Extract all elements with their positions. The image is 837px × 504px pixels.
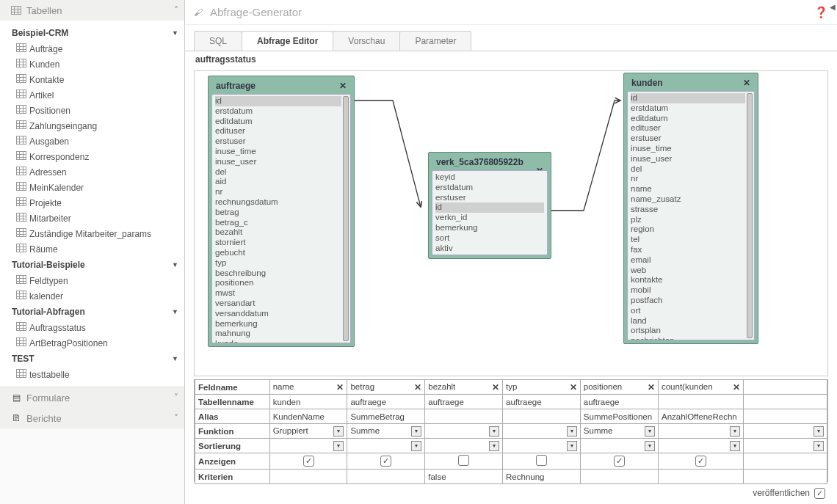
grid-cell[interactable] [743,395,827,409]
field-item[interactable]: erstuser [631,134,745,144]
grid-cell[interactable]: Summe▾ [347,424,425,439]
grid-cell[interactable]: AnzahlOffeneRechn [658,409,743,424]
scrollbar[interactable] [343,96,349,341]
sidebar-item[interactable]: Mitarbeiter [9,211,181,226]
field-item[interactable]: bemerkung [215,319,341,329]
remove-column-icon[interactable]: ✕ [336,382,344,392]
dropdown-icon[interactable]: ▾ [730,426,740,437]
field-item[interactable]: mobil [631,285,745,296]
grid-cell[interactable]: ▾ [743,439,827,453]
close-icon[interactable]: ✕ [339,81,347,91]
grid-cell[interactable]: ✓ [347,453,425,470]
grid-cell[interactable] [658,395,743,409]
field-item[interactable]: erstuser [215,136,341,147]
field-item[interactable]: web [631,266,745,276]
close-icon[interactable]: ✕ [743,78,750,88]
dropdown-icon[interactable]: ▾ [645,441,655,451]
field-item[interactable]: kontakte [631,275,745,285]
field-item[interactable]: aktiv [435,244,544,254]
field-item[interactable]: land [631,316,745,326]
field-item[interactable]: beschreibung [215,269,341,279]
grid-cell[interactable] [425,453,503,470]
field-item[interactable]: email [631,255,745,266]
field-item[interactable]: postfach [631,296,745,306]
tab-abfrage-editor[interactable]: Abfrage Editor [242,31,333,51]
grid-cell[interactable]: ▾ [580,439,658,453]
field-item[interactable]: betrag_c [215,218,341,228]
remove-column-icon[interactable]: ✕ [492,382,499,392]
field-item[interactable]: id [435,202,544,213]
grid-cell[interactable]: ▾ [425,424,503,439]
grid-cell[interactable] [425,409,503,424]
grid-cell[interactable]: SummeBetrag [347,409,425,424]
grid-cell[interactable] [743,409,827,424]
sidebar-section-formulare[interactable]: ▤ Formulare ˅ [0,387,184,408]
remove-column-icon[interactable]: ✕ [414,382,421,392]
sidebar-item[interactable]: Ausgaben [9,134,181,149]
grid-cell[interactable]: ▾ [347,439,425,453]
field-item[interactable]: name [631,184,745,194]
field-item[interactable]: nr [631,174,745,184]
field-item[interactable]: inuse_user [631,154,745,164]
grid-cell[interactable]: bezahlt✕ [425,380,503,395]
sidebar-item[interactable]: Feldtypen [9,273,181,288]
grid-cell[interactable]: SummePositionen [580,409,658,424]
help-icon[interactable]: ❓ [814,6,828,19]
field-item[interactable]: fax [631,245,745,255]
grid-cell[interactable]: typ✕ [503,380,581,395]
tab-sql[interactable]: SQL [194,31,242,51]
dropdown-icon[interactable]: ▾ [730,441,740,451]
grid-cell[interactable]: name✕ [269,380,347,395]
tree-group-header[interactable]: Beispiel-CRM▼ [9,25,181,41]
sidebar-item[interactable]: Artikel [9,87,181,103]
show-checkbox[interactable]: ✓ [614,456,625,467]
show-checkbox[interactable]: ✓ [695,456,706,467]
sidebar-item[interactable]: testtabelle [9,367,181,382]
grid-cell[interactable] [503,409,581,424]
sidebar-item[interactable]: Kontakte [9,72,181,87]
grid-cell[interactable]: count(kunden✕ [658,380,743,395]
grid-cell[interactable]: ▾ [269,439,347,453]
grid-cell[interactable]: positionen✕ [580,380,658,395]
field-item[interactable]: kunde [215,339,341,343]
sidebar-item[interactable]: Korrespondenz [9,149,181,164]
remove-column-icon[interactable]: ✕ [648,382,655,392]
grid-cell[interactable]: betrag✕ [347,380,425,395]
field-item[interactable]: erstuser [435,193,544,203]
field-item[interactable]: edituser [631,123,745,134]
dropdown-icon[interactable]: ▾ [411,426,421,437]
field-item[interactable]: ortsplan [631,326,745,336]
grid-cell[interactable]: ✓ [658,453,743,470]
show-checkbox[interactable] [458,455,469,466]
tablebox-fields[interactable]: iderstdatumeditdatumeditusererstuserinus… [211,94,351,343]
collapse-arrow-icon[interactable]: ◀ [830,3,836,11]
field-item[interactable]: erstdatum [435,183,544,193]
grid-cell[interactable]: ▾ [503,439,581,453]
sidebar-item[interactable]: Positionen [9,103,181,118]
sidebar-item[interactable]: Kunden [9,56,181,72]
grid-cell[interactable]: auftraege [503,395,581,409]
field-item[interactable]: keyid [435,172,544,183]
field-item[interactable]: id [631,93,745,103]
field-item[interactable]: versandart [215,299,341,309]
field-item[interactable]: aid [215,177,341,187]
field-item[interactable]: erstdatum [215,106,341,117]
grid-cell[interactable]: Gruppiert▾ [269,424,347,439]
grid-cell[interactable]: auftraege [347,395,425,409]
field-item[interactable]: mahnung [215,329,341,339]
field-item[interactable]: editdatum [631,114,745,124]
sidebar-item[interactable]: Projekte [9,195,181,211]
grid-cell[interactable]: ▾ [425,439,503,453]
grid-cell[interactable] [503,453,581,470]
grid-cell[interactable]: Summe▾ [580,424,658,439]
grid-cell[interactable] [743,453,827,470]
sidebar-item[interactable]: ArtBetragPositionen [9,335,181,351]
grid-cell[interactable]: auftraege [580,395,658,409]
field-item[interactable]: plz [631,215,745,225]
sidebar-item[interactable]: MeinKalender [9,180,181,195]
grid-cell[interactable]: KundenName [269,409,347,424]
field-item[interactable]: sort [435,233,544,244]
tree-group-header[interactable]: TEST▼ [9,351,181,367]
field-item[interactable]: inuse_time [215,147,341,157]
dropdown-icon[interactable]: ▾ [567,441,577,451]
